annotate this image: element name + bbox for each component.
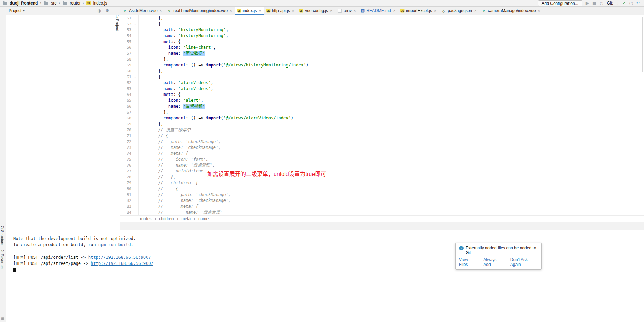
editor-breadcrumb-item[interactable]: name: [198, 216, 209, 221]
git-rollback-icon[interactable]: ↶: [636, 1, 640, 5]
tab-label: package.json: [448, 8, 472, 13]
debug-icon[interactable]: ▦: [592, 1, 596, 5]
always-add-link[interactable]: Always Add: [483, 257, 504, 267]
git-history-icon[interactable]: ◷: [629, 1, 633, 5]
line-number: 70: [120, 127, 132, 133]
coverage-icon[interactable]: ◷: [600, 1, 603, 5]
code-text: icon: 'line-chart',: [138, 45, 216, 51]
tool-button-favorites[interactable]: 2: Favorites: [0, 250, 5, 269]
chevron-down-icon[interactable]: ▾: [23, 9, 25, 12]
git-update-icon[interactable]: ↓: [617, 1, 619, 5]
code-line: 58 },: [120, 56, 644, 62]
code-token: :: [178, 98, 183, 103]
code-token: ,: [226, 33, 228, 38]
line-number: 63: [120, 86, 132, 92]
code-token: '@/views/historyMonitoring/index': [223, 63, 306, 68]
dont-ask-again-link[interactable]: Don't Ask Again: [510, 257, 538, 267]
breadcrumb-separator: ›: [177, 216, 178, 221]
breadcrumb-separator: ›: [194, 216, 195, 221]
close-icon[interactable]: ×: [354, 9, 356, 13]
close-icon[interactable]: ×: [538, 9, 540, 13]
code-token: ,: [213, 45, 216, 50]
code-area[interactable]: 51 },52− {53 path: 'historyMonitoring',5…: [120, 15, 644, 215]
code-line: 54 name: 'historyMonitoring',: [120, 33, 644, 39]
git-commit-icon[interactable]: ✔: [622, 1, 626, 5]
code-text: // name: 'checkManage',: [138, 145, 221, 151]
terminal-link[interactable]: http://192.168.66.56:9007: [88, 255, 151, 260]
code-line: 83 // meta: {: [120, 204, 644, 209]
fold-gutter: [132, 109, 138, 115]
editor-breadcrumb-item[interactable]: children: [159, 216, 174, 221]
code-text: meta: {: [138, 39, 181, 45]
code-text: // name: 'checkManage',: [138, 198, 231, 204]
fold-marker-icon[interactable]: −: [132, 39, 138, 45]
code-text: path: 'historyMonitoring',: [138, 27, 228, 33]
breadcrumb-item[interactable]: JSindex.js: [86, 1, 107, 6]
code-line: 75 // icon: 'form',: [120, 156, 644, 162]
editor-tab[interactable]: MREADME.md×: [358, 7, 398, 15]
code-token: (: [221, 116, 223, 120]
left-tool-stripe: 1: Project 7: Structure 2: Favorites ▦: [0, 7, 6, 322]
code-line: 56 icon: 'line-chart',: [120, 45, 644, 51]
editor-tab[interactable]: JSindex.js×: [235, 7, 264, 15]
line-number: 79: [120, 180, 132, 186]
close-icon[interactable]: ×: [230, 9, 232, 13]
code-text: {: [138, 21, 161, 27]
code-token: icon: [168, 98, 178, 103]
locate-file-icon[interactable]: ◎: [97, 8, 101, 13]
fold-marker-icon[interactable]: −: [132, 92, 138, 98]
close-icon[interactable]: ×: [434, 9, 436, 13]
fold-gutter: [132, 162, 138, 168]
tool-button-project[interactable]: 1: Project: [6, 15, 120, 230]
code-token: },: [138, 16, 163, 20]
editor-tab[interactable]: VrealTimeMonitoring\index.vue×: [164, 7, 234, 15]
fold-marker-icon[interactable]: −: [132, 21, 138, 27]
view-files-link[interactable]: View Files: [459, 257, 477, 267]
breadcrumb-item[interactable]: duoji-frontend: [2, 1, 38, 6]
code-token: path: [163, 80, 173, 85]
editor-scrollbar[interactable]: [642, 17, 643, 72]
code-token: // name: 'checkManage',: [138, 198, 231, 203]
close-icon[interactable]: ×: [259, 9, 261, 13]
fold-gutter: [132, 27, 138, 33]
tab-label: vue.config.js: [305, 8, 328, 13]
editor-tab[interactable]: JSimportExcel.js×: [398, 7, 439, 15]
fold-marker-icon[interactable]: −: [132, 74, 138, 80]
editor-breadcrumb-item[interactable]: routes: [140, 216, 151, 221]
code-line: 62 path: 'alarmVideos',: [120, 80, 644, 86]
code-line: 84 // name: '盘点管理': [120, 209, 644, 215]
add-configuration-button[interactable]: Add Configuration...: [538, 0, 582, 6]
fold-gutter: [132, 127, 138, 133]
run-icon[interactable]: ▶: [586, 1, 589, 5]
terminal-link[interactable]: http://192.168.66.56:9007: [91, 261, 153, 266]
editor: VAsideMenu.vue×VrealTimeMonitoring\index…: [120, 7, 644, 222]
editor-breadcrumb-item[interactable]: meta: [181, 216, 191, 221]
editor-tab[interactable]: .env×: [335, 7, 358, 15]
breadcrumb-item[interactable]: router: [62, 1, 80, 6]
code-token: // name: '盘点管理': [138, 210, 222, 215]
editor-tab[interactable]: JSvue.config.js×: [297, 7, 335, 15]
editor-tab[interactable]: JShttp-api.js×: [264, 7, 297, 15]
editor-tab[interactable]: VAsideMenu.vue×: [120, 7, 164, 15]
close-icon[interactable]: ×: [330, 9, 332, 13]
close-icon[interactable]: ×: [292, 9, 294, 13]
settings-gear-icon[interactable]: ⚙: [106, 8, 109, 13]
close-icon[interactable]: ×: [160, 9, 162, 13]
code-line: 73 // name: 'checkManage',: [120, 145, 644, 151]
editor-tab[interactable]: {}package.json×: [439, 7, 479, 15]
close-icon[interactable]: ×: [474, 9, 476, 13]
terminal-output[interactable]: Note that the development build is not o…: [6, 231, 644, 322]
editor-tab[interactable]: VcameraManage\index.vue×: [479, 7, 542, 15]
js-icon: JS: [266, 9, 270, 13]
hide-panel-icon[interactable]: ─: [114, 8, 117, 13]
tool-button-structure[interactable]: 7: Structure: [0, 226, 5, 245]
breadcrumb-item[interactable]: src: [43, 1, 56, 6]
project-panel-title[interactable]: Project: [9, 8, 21, 13]
code-token: [138, 45, 168, 50]
terminal-cursor: [13, 268, 16, 272]
line-number: 65: [120, 98, 132, 104]
toolwindow-switcher-icon[interactable]: ▦: [1, 317, 4, 321]
close-icon[interactable]: ×: [393, 9, 395, 13]
terminal-text: Note that the development build is not o…: [13, 236, 136, 241]
tab-label: cameraManage\index.vue: [488, 8, 536, 13]
